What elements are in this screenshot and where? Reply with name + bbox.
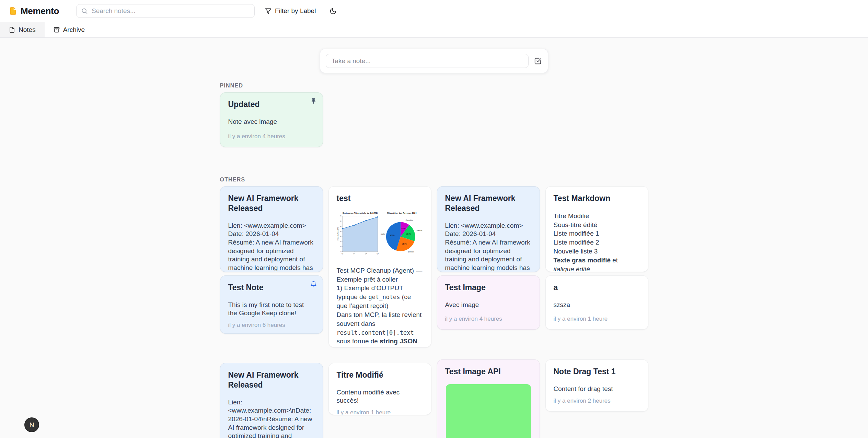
note-card-titre-modifie[interactable]: Titre Modifié Contenu modifié avec succè… <box>328 363 431 415</box>
search-input[interactable] <box>76 4 255 18</box>
note-body: Content for drag test <box>554 385 640 393</box>
note-file-logo-icon <box>9 7 17 15</box>
svg-text:Licences: Licences <box>416 230 422 232</box>
note-title: New AI Framework Released <box>228 370 315 390</box>
app-title: Memento <box>21 6 59 16</box>
note-card-updated[interactable]: Updated Note avec image il y a environ 4… <box>220 92 323 147</box>
notes-grid: New AI Framework Released Lien: <www.exa… <box>220 186 648 438</box>
note-title: New AI Framework Released <box>228 193 315 213</box>
note-card-drag-test[interactable]: Note Drag Test 1 Content for drag test i… <box>545 359 648 412</box>
note-body: Titre Modifié Sous-titre édité Liste mod… <box>554 212 640 272</box>
notes-file-icon <box>9 27 15 33</box>
note-timestamp: il y a environ 1 heure <box>337 405 423 415</box>
svg-text:25.0%: 25.0% <box>402 243 406 245</box>
svg-text:20.0%: 20.0% <box>406 233 411 235</box>
checkbox-icon <box>534 57 542 65</box>
note-body: Lien: <www.example.com>\nDate: 2026-01-0… <box>228 398 315 438</box>
svg-text:50: 50 <box>340 225 342 227</box>
note-title: Note Drag Test 1 <box>554 367 640 377</box>
pin-button[interactable] <box>310 98 317 104</box>
svg-text:10: 10 <box>340 246 342 247</box>
note-body: szsza <box>554 301 640 309</box>
pinned-section-label: PINNED <box>220 83 648 89</box>
note-title: Test Markdown <box>554 193 640 203</box>
note-card-test-image-api[interactable]: Test Image API <box>437 359 540 438</box>
dark-mode-toggle[interactable] <box>328 6 338 16</box>
svg-text:Q1: Q1 <box>342 252 344 254</box>
user-avatar[interactable]: N <box>24 417 39 432</box>
note-card-test-note[interactable]: Test Note This is my first note to test … <box>220 275 323 334</box>
note-timestamp: il y a environ 6 heures <box>228 318 315 329</box>
svg-text:Q3: Q3 <box>365 252 367 254</box>
revenue-line-chart: Croissance Trimestrielle du CA (M€)01020… <box>337 210 379 258</box>
note-attached-charts-image: Croissance Trimestrielle du CA (M€)01020… <box>337 210 423 258</box>
svg-text:20: 20 <box>340 240 342 242</box>
svg-text:Répartition des Revenus 2024: Répartition des Revenus 2024 <box>387 212 417 214</box>
composer-input[interactable] <box>326 54 529 68</box>
app-logo: Memento <box>9 6 59 16</box>
note-card-ai-framework-1[interactable]: New AI Framework Released Lien: <www.exa… <box>220 186 323 272</box>
note-title: Updated <box>228 99 315 109</box>
search-icon <box>81 8 88 14</box>
search-box <box>76 4 255 18</box>
note-card-test-image[interactable]: Test Image Avec image il y a environ 4 h… <box>437 275 540 330</box>
svg-text:Q2: Q2 <box>353 252 355 254</box>
svg-text:45.0%: 45.0% <box>390 234 394 236</box>
tab-archive[interactable]: Archive <box>45 22 94 37</box>
pin-icon <box>310 98 317 104</box>
svg-text:Croissance Trimestrielle du CA: Croissance Trimestrielle du CA (M€) <box>342 212 377 214</box>
filter-funnel-icon <box>265 8 271 14</box>
tab-notes[interactable]: Notes <box>0 22 45 37</box>
svg-text:Chiffre d'affaires (M€): Chiffre d'affaires (M€) <box>337 227 338 240</box>
note-title: a <box>554 283 640 293</box>
svg-text:Q4: Q4 <box>377 252 379 254</box>
note-card-test-markdown[interactable]: Test Markdown Titre Modifié Sous-titre é… <box>545 186 648 272</box>
note-body: Contenu modifié avec succès! <box>337 388 423 405</box>
filter-by-label-button[interactable]: Filter by Label <box>265 7 316 15</box>
svg-text:10.0%: 10.0% <box>401 228 405 229</box>
notes-column-1: New AI Framework Released Lien: <www.exa… <box>220 186 323 438</box>
note-card-ai-framework-2[interactable]: New AI Framework Released Lien: <www.exa… <box>437 186 540 272</box>
note-body: Test MCP Cleanup (Agent) — Exemple prêt … <box>337 266 423 347</box>
tab-archive-label: Archive <box>63 26 85 34</box>
new-checklist-button[interactable] <box>533 57 542 66</box>
tab-notes-label: Notes <box>19 26 36 34</box>
notes-column-3: New AI Framework Released Lien: <www.exa… <box>437 186 540 438</box>
note-title: test <box>337 193 423 203</box>
note-card-test[interactable]: test Croissance Trimestrielle du CA (M€)… <box>328 186 431 347</box>
note-timestamp: il y a environ 4 heures <box>445 311 532 322</box>
note-card-a[interactable]: a szsza il y a environ 1 heure <box>545 275 648 330</box>
svg-text:Produits: Produits <box>381 233 385 235</box>
note-timestamp: il y a environ 1 heure <box>554 311 640 322</box>
note-body: Lien: <www.example.com> Date: 2026-01-04… <box>228 222 315 272</box>
svg-text:70: 70 <box>340 215 342 217</box>
archive-icon <box>54 27 60 33</box>
svg-text:Consulting: Consulting <box>405 220 413 221</box>
app-header: Memento Filter by Label <box>0 0 868 22</box>
note-title: New AI Framework Released <box>445 193 532 213</box>
note-title: Test Image API <box>445 367 532 377</box>
note-body: This is my first note to test the Google… <box>228 301 315 318</box>
note-title: Test Image <box>445 283 532 293</box>
notes-column-4: Test Markdown Titre Modifié Sous-titre é… <box>545 186 648 438</box>
moon-icon <box>329 8 337 15</box>
revenue-pie-chart: Répartition des Revenus 202445.0%Produit… <box>381 210 423 258</box>
others-section-label: OTHERS <box>220 177 648 183</box>
notes-area: PINNED Updated Note avec image il y a en… <box>0 38 868 438</box>
note-timestamp: il y a environ 4 heures <box>228 129 315 140</box>
notes-column-2: test Croissance Trimestrielle du CA (M€)… <box>328 186 431 438</box>
note-attached-green-image <box>446 384 531 438</box>
note-timestamp: il y a environ 2 heures <box>554 393 640 404</box>
note-body: Note avec image <box>228 118 315 126</box>
note-card-ai-framework-3[interactable]: New AI Framework Released Lien: <www.exa… <box>220 363 323 438</box>
note-title: Test Note <box>228 283 315 293</box>
note-composer <box>320 49 548 73</box>
svg-text:60: 60 <box>340 220 342 222</box>
note-body: Avec image <box>445 301 532 309</box>
bell-icon <box>310 281 317 287</box>
svg-text:Services: Services <box>408 251 414 252</box>
reminder-button[interactable] <box>310 281 317 287</box>
note-body: Lien: <www.example.com> Date: 2026-01-04… <box>445 222 532 272</box>
svg-text:40: 40 <box>340 230 342 232</box>
filter-by-label-text: Filter by Label <box>275 7 316 15</box>
